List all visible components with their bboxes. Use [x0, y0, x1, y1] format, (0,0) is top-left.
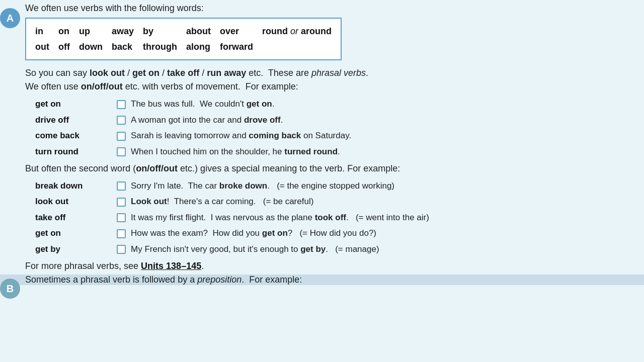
units-link[interactable]: Units 138–145	[141, 261, 201, 271]
word-through: through	[143, 39, 186, 55]
checkbox-get-on[interactable]	[117, 100, 126, 109]
term-take-off: take off	[35, 210, 116, 225]
checkbox-turn-round[interactable]	[117, 147, 126, 156]
special-examples: break down Sorry I'm late. The car broke…	[35, 178, 644, 257]
word-down: down	[79, 39, 112, 55]
word-off: off	[58, 39, 79, 55]
example-get-on: get on The bus was full. We couldn't get…	[35, 96, 351, 112]
movement-line: We often use on/off/out etc. with verbs …	[25, 81, 644, 92]
term-get-on-2: get on	[35, 225, 116, 241]
example-text-get-by: My French isn't very good, but it's enou…	[131, 241, 429, 257]
checkbox-break-down[interactable]	[117, 182, 126, 191]
term-drive-off: drive off	[35, 112, 116, 128]
section-a: A We often use verbs with the following …	[0, 3, 644, 272]
word-round-around: round or around	[262, 24, 332, 39]
term-break-down: break down	[35, 178, 116, 194]
example-look-out: look out Look out! There's a car coming.…	[35, 194, 429, 209]
example-take-off: take off It was my first flight. I was n…	[35, 210, 429, 225]
term-turn-round: turn round	[35, 144, 116, 159]
phrasal-line: So you can say look out / get on / take …	[25, 68, 644, 78]
example-text-turn-round: When I touched him on the shoulder, he t…	[131, 144, 351, 159]
checkbox-look-out[interactable]	[117, 198, 126, 207]
section-b-text: Sometimes a phrasal verb is followed by …	[25, 275, 644, 285]
word-back: back	[112, 39, 143, 55]
example-text-take-off: It was my first flight. I was nervous as…	[131, 210, 429, 225]
example-get-by: get by My French isn't very good, but it…	[35, 241, 429, 257]
example-text-break-down: Sorry I'm late. The car broke down. (= t…	[131, 178, 429, 194]
example-text-come-back: Sarah is leaving tomorrow and coming bac…	[131, 128, 351, 143]
intro-text: We often use verbs with the following wo…	[25, 3, 644, 14]
term-get-on: get on	[35, 96, 116, 112]
term-look-out: look out	[35, 194, 116, 209]
movement-examples: get on The bus was full. We couldn't get…	[35, 96, 644, 159]
section-b-label: B	[0, 279, 20, 299]
more-line: For more phrasal verbs, see Units 138–14…	[25, 261, 644, 272]
words-box: in on up away by about over round or aro…	[25, 18, 342, 60]
word-out: out	[35, 39, 58, 55]
example-come-back: come back Sarah is leaving tomorrow and …	[35, 128, 351, 143]
word-by: by	[143, 24, 186, 39]
word-in: in	[35, 24, 58, 39]
word-about: about	[186, 24, 220, 39]
checkbox-drive-off[interactable]	[117, 116, 126, 125]
example-text-look-out: Look out! There's a car coming. (= be ca…	[131, 194, 429, 209]
example-text-get-on-2: How was the exam? How did you get on? (=…	[131, 225, 429, 241]
checkbox-take-off[interactable]	[117, 213, 126, 222]
example-break-down: break down Sorry I'm late. The car broke…	[35, 178, 429, 194]
section-b: B Sometimes a phrasal verb is followed b…	[0, 275, 644, 285]
word-over: over	[220, 24, 262, 39]
word-along: along	[186, 39, 220, 55]
word-forward: forward	[220, 39, 262, 55]
example-get-on-2: get on How was the exam? How did you get…	[35, 225, 429, 241]
term-get-by: get by	[35, 241, 116, 257]
example-turn-round: turn round When I touched him on the sho…	[35, 144, 351, 159]
term-come-back: come back	[35, 128, 116, 143]
example-text-drive-off: A woman got into the car and drove off.	[131, 112, 351, 128]
checkbox-get-on-2[interactable]	[117, 229, 126, 238]
word-on: on	[58, 24, 79, 39]
example-text-get-on: The bus was full. We couldn't get on.	[131, 96, 351, 112]
but-line: But often the second word (on/off/out et…	[25, 163, 644, 174]
checkbox-get-by[interactable]	[117, 245, 126, 254]
word-up: up	[79, 24, 112, 39]
section-a-label: A	[0, 8, 20, 28]
word-away: away	[112, 24, 143, 39]
example-drive-off: drive off A woman got into the car and d…	[35, 112, 351, 128]
checkbox-come-back[interactable]	[117, 132, 126, 141]
